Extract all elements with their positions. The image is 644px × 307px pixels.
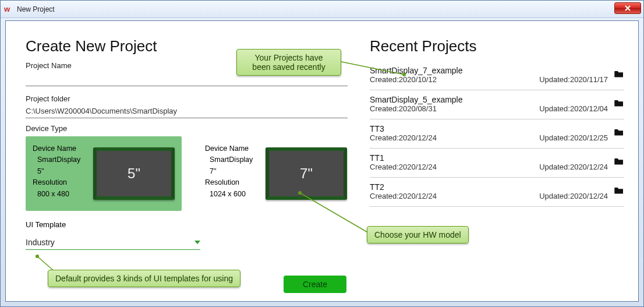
recent-created: Created:2020/10/12 [370,75,437,84]
recent-updated: Updated:2020/12/24 [539,192,608,200]
recent-item[interactable]: TT3Created:2020/12/24Updated:2020/12/25 [370,119,624,149]
device-resolution: 1024 x 600 [205,189,260,200]
folder-icon[interactable] [614,186,624,197]
device-resolution: 800 x 480 [33,189,87,200]
recent-item[interactable]: TT1Created:2020/12/24Updated:2020/12/24 [370,149,624,178]
recent-updated: Updated:2020/11/17 [539,75,608,84]
recent-project-name: SmartDisplay_5_example [370,95,608,104]
window-close-button[interactable] [614,2,641,14]
window-frame: w New Project Create New Project Project… [0,0,644,307]
create-button[interactable]: Create [284,276,346,293]
recent-created: Created:2020/12/24 [370,163,437,171]
recent-updated: Updated:2020/12/25 [539,133,608,142]
chevron-down-icon [194,241,200,244]
annotation-hw-model: Choose your HW model [367,226,469,244]
recent-item[interactable]: SmartDisplay_5_exampleCreated:2020/08/31… [370,90,624,119]
device-thumbnail-icon: 5" [93,147,175,200]
device-thumbnail-icon: 7" [266,147,347,200]
device-screen-size: 5" [97,151,171,196]
folder-icon[interactable] [614,128,624,139]
device-card-7in[interactable]: Device Name SmartDisplay 7" Resolution 1… [198,136,354,211]
window-title: New Project [17,5,55,13]
device-screen-size: 7" [269,151,344,196]
annotation-ui-templates: Default provides 3 kinds of UI templates… [48,270,240,287]
recent-item[interactable]: SmartDisplay_7_exampleCreated:2020/10/12… [370,61,624,90]
project-folder-label: Project folder [26,94,348,103]
folder-icon[interactable] [614,157,624,168]
ui-template-label: UI Template [26,220,348,229]
recent-updated: Updated:2020/12/24 [539,163,608,171]
recent-created: Created:2020/12/24 [370,133,437,142]
ui-template-value: Industry [26,238,55,247]
device-name-label: Device Name [33,143,87,154]
device-type-label: Device Type [26,124,348,133]
folder-icon[interactable] [614,70,624,80]
device-res-label: Resolution [205,177,260,188]
folder-icon[interactable] [614,99,624,110]
recent-project-name: TT2 [370,182,608,192]
recent-item[interactable]: TT2Created:2020/12/24Updated:2020/12/24 [370,178,624,207]
close-icon [625,5,631,11]
project-folder-value[interactable]: C:\Users\W200004\Documents\SmartDisplay [26,103,348,118]
recent-project-name: TT1 [370,153,608,163]
recent-created: Created:2020/08/31 [370,104,437,113]
ui-template-select[interactable]: Industry [26,235,200,250]
recent-project-name: TT3 [370,124,608,133]
device-name: SmartDisplay 7" [205,154,260,177]
device-res-label: Resolution [33,177,87,188]
annotation-saved-projects: Your Projects have been saved recently [236,49,341,76]
device-name-label: Device Name [205,143,260,154]
recent-updated: Updated:2020/12/04 [539,104,608,113]
recent-created: Created:2020/12/24 [370,192,437,200]
recent-project-name: SmartDisplay_7_example [370,66,608,75]
titlebar[interactable]: w New Project [1,1,643,18]
device-name: SmartDisplay 5" [33,154,87,177]
recent-heading: Recent Projects [370,37,624,55]
app-icon: w [4,5,13,14]
recent-panel: Recent Projects SmartDisplay_7_exampleCr… [364,21,638,301]
device-card-5in[interactable]: Device Name SmartDisplay 5" Resolution 8… [26,136,182,211]
